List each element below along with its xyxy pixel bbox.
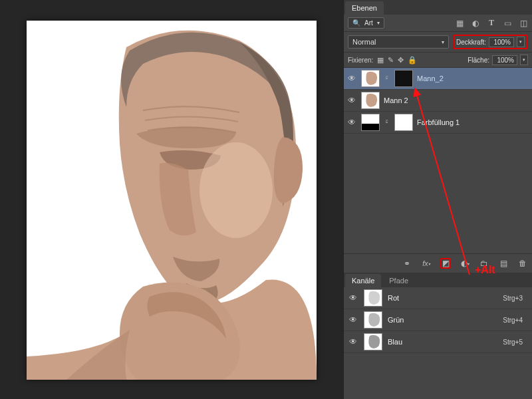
lock-row: Fixieren: ▦ ✎ ✥ 🔒 Fläche: 100% ▾	[344, 53, 532, 68]
fill-label: Fläche:	[467, 57, 489, 64]
chevron-down-icon: ▾	[442, 39, 444, 45]
channel-thumbnail	[364, 311, 382, 329]
new-group-icon[interactable]: 🗀	[479, 258, 489, 269]
canvas[interactable]	[27, 21, 317, 380]
visibility-eye-icon[interactable]: 👁	[348, 315, 358, 325]
layer-mask-thumbnail[interactable]	[394, 114, 413, 131]
tab-channels[interactable]: Kanäle	[345, 274, 381, 287]
add-mask-icon[interactable]: ◩	[440, 258, 451, 269]
visibility-eye-icon[interactable]: 👁	[346, 96, 357, 105]
adjustment-filter-icon[interactable]: ◐	[471, 19, 480, 28]
kind-filter-label: Art	[364, 19, 373, 27]
layer-thumbnail[interactable]	[361, 70, 380, 87]
layer-name-label: Mann 2	[384, 96, 408, 104]
link-icon[interactable]: ⸉	[384, 119, 390, 126]
channel-shortcut-label: Strg+3	[503, 295, 528, 302]
shape-filter-icon[interactable]: ▭	[503, 19, 512, 28]
search-icon: 🔍	[352, 19, 360, 27]
chevron-down-icon: ▾	[377, 20, 380, 26]
svg-point-1	[200, 142, 273, 238]
layer-thumbnail[interactable]	[361, 92, 380, 109]
lock-label: Fixieren:	[348, 57, 373, 64]
layers-panel: Ebenen 🔍 Art ▾ ▦ ◐ T ▭ ◫ Normal	[344, 0, 532, 273]
channels-panel-tabs: Kanäle Pfade	[344, 273, 532, 287]
visibility-eye-icon[interactable]: 👁	[346, 74, 357, 83]
channel-name-label: Rot	[388, 294, 399, 302]
channel-item-red[interactable]: 👁 Rot Strg+3	[344, 287, 532, 309]
visibility-eye-icon[interactable]: 👁	[348, 337, 358, 346]
layer-list: 👁 ⸉ Mann_2 👁 Mann 2	[344, 68, 532, 134]
blend-mode-value: Normal	[352, 38, 376, 46]
type-filter-icon[interactable]: T	[487, 19, 496, 28]
adjustment-thumbnail[interactable]	[361, 114, 380, 131]
channels-panel: Kanäle Pfade 👁 Rot Strg+3 👁 G	[344, 273, 532, 399]
channel-item-green[interactable]: 👁 Grün Strg+4	[344, 309, 532, 331]
fill-value[interactable]: 100%	[492, 55, 517, 65]
opacity-dropdown-icon[interactable]: ▾	[517, 37, 525, 47]
right-panels: Ebenen 🔍 Art ▾ ▦ ◐ T ▭ ◫ Normal	[343, 0, 532, 399]
channel-shortcut-label: Strg+5	[503, 338, 528, 346]
lock-pixels-icon[interactable]: ✎	[388, 56, 394, 65]
channel-list: 👁 Rot Strg+3 👁 Grün Strg+4 👁	[344, 287, 532, 353]
channel-name-label: Blau	[388, 338, 402, 346]
channel-thumbnail	[364, 289, 382, 307]
filter-icons: ▦ ◐ T ▭ ◫	[455, 19, 528, 28]
lock-transparent-icon[interactable]: ▦	[377, 56, 384, 65]
delete-layer-icon[interactable]: 🗑	[517, 258, 528, 269]
smartobj-filter-icon[interactable]: ◫	[519, 19, 528, 28]
layer-item-mann2[interactable]: 👁 Mann 2	[344, 90, 532, 112]
adjustment-layer-icon[interactable]: ◐▾	[460, 258, 470, 269]
workspace: Ebenen 🔍 Art ▾ ▦ ◐ T ▭ ◫ Normal	[0, 0, 532, 399]
layer-kind-filter[interactable]: 🔍 Art ▾	[348, 17, 384, 29]
layer-item-colorfill[interactable]: 👁 ⸉ Farbfüllung 1	[344, 112, 532, 134]
lock-position-icon[interactable]: ✥	[398, 56, 404, 65]
opacity-value[interactable]: 100%	[489, 37, 514, 47]
channel-thumbnail	[364, 333, 382, 350]
canvas-area	[0, 0, 343, 399]
layers-panel-footer: ⚭ fx▾ ◩ ◐▾ 🗀 ▤ 🗑	[344, 253, 532, 273]
pixel-filter-icon[interactable]: ▦	[455, 19, 464, 28]
lock-icons: ▦ ✎ ✥ 🔒	[377, 56, 417, 65]
channel-name-label: Grün	[388, 316, 404, 324]
layer-fx-icon[interactable]: fx▾	[421, 258, 432, 269]
tab-paths[interactable]: Pfade	[382, 274, 415, 287]
opacity-group-highlight: Deckkraft: 100% ▾	[453, 35, 528, 49]
new-layer-icon[interactable]: ▤	[498, 258, 509, 269]
opacity-label: Deckkraft:	[456, 39, 486, 46]
fill-dropdown-icon[interactable]: ▾	[520, 55, 528, 65]
layer-filter-row: 🔍 Art ▾ ▦ ◐ T ▭ ◫	[344, 15, 532, 32]
blend-mode-select[interactable]: Normal ▾	[348, 35, 449, 49]
channel-shortcut-label: Strg+4	[503, 317, 528, 324]
link-layers-icon[interactable]: ⚭	[402, 258, 412, 269]
blend-row: Normal ▾ Deckkraft: 100% ▾	[344, 32, 532, 53]
link-icon[interactable]: ⸉	[384, 75, 390, 82]
layers-panel-tabs: Ebenen	[344, 0, 532, 15]
layer-item-mann2-masked[interactable]: 👁 ⸉ Mann_2	[344, 68, 532, 90]
tab-layers[interactable]: Ebenen	[345, 1, 384, 15]
channel-item-blue[interactable]: 👁 Blau Strg+5	[344, 331, 532, 353]
lock-all-icon[interactable]: 🔒	[408, 56, 417, 65]
fill-group: Fläche: 100% ▾	[467, 55, 528, 65]
layer-name-label: Farbfüllung 1	[417, 118, 460, 126]
layer-mask-thumbnail[interactable]	[394, 70, 413, 87]
layer-name-label: Mann_2	[417, 74, 444, 82]
visibility-eye-icon[interactable]: 👁	[346, 118, 357, 127]
visibility-eye-icon[interactable]: 👁	[348, 293, 358, 303]
